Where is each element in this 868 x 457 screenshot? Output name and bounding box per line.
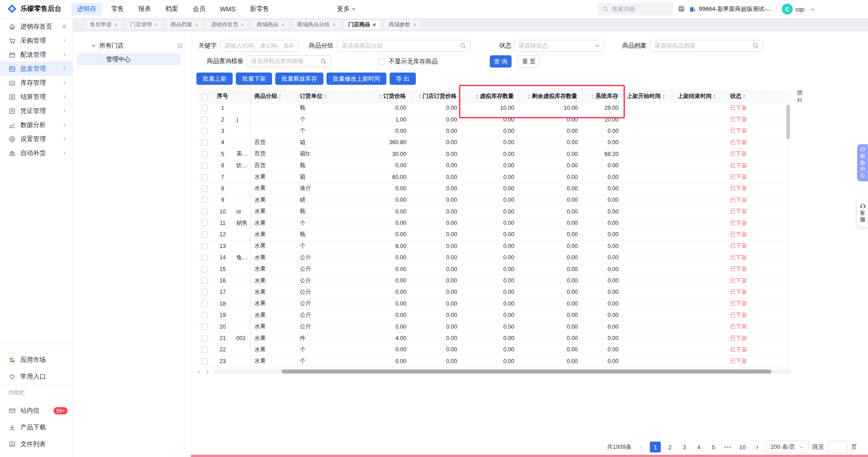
- close-icon[interactable]: ×: [241, 22, 244, 28]
- customer-service-widget[interactable]: 客服: [857, 197, 868, 227]
- row-checkbox[interactable]: [201, 254, 208, 261]
- column-header[interactable]: 订货价格: [357, 91, 411, 102]
- checkbox[interactable]: [379, 58, 385, 65]
- page-button[interactable]: 5: [708, 442, 719, 452]
- close-icon[interactable]: ×: [413, 22, 416, 28]
- nav-item[interactable]: 零售: [111, 5, 124, 13]
- column-header[interactable]: 订货单位: [296, 91, 357, 102]
- sort-icon[interactable]: [528, 94, 531, 99]
- sidebar-item[interactable]: 批发管理: [0, 62, 73, 76]
- column-header[interactable]: 商品分组: [251, 91, 296, 102]
- next-page-icon[interactable]: [751, 442, 762, 452]
- close-icon[interactable]: ×: [332, 22, 336, 28]
- sidebar-item[interactable]: 库存管理: [0, 76, 73, 90]
- row-checkbox[interactable]: [201, 185, 208, 192]
- collapse-sidebar-icon[interactable]: [61, 24, 67, 29]
- sort-icon[interactable]: [662, 94, 665, 99]
- tab[interactable]: 门店管理×: [126, 20, 162, 29]
- collapse-tree-icon[interactable]: [177, 43, 183, 49]
- sidebar-item[interactable]: 采购管理: [0, 34, 73, 48]
- row-checkbox[interactable]: [201, 174, 208, 180]
- batch-action-button[interactable]: 批量释放库存: [275, 73, 323, 85]
- close-icon[interactable]: ×: [195, 22, 198, 28]
- page-size-select[interactable]: 200 条/页: [766, 441, 809, 453]
- row-checkbox[interactable]: [201, 266, 208, 272]
- row-checkbox[interactable]: [201, 346, 208, 353]
- close-icon[interactable]: ×: [281, 22, 284, 28]
- sort-icon[interactable]: [713, 94, 716, 99]
- row-checkbox[interactable]: [201, 312, 208, 318]
- chevron-down-icon[interactable]: [810, 7, 815, 12]
- sidebar-item[interactable]: 自动补货: [0, 146, 73, 160]
- close-icon[interactable]: ×: [155, 22, 158, 28]
- close-icon[interactable]: ×: [373, 22, 376, 28]
- nav-item[interactable]: 新零售: [250, 5, 269, 13]
- tab[interactable]: 商城商品×: [252, 20, 289, 29]
- sidebar-item[interactable]: $结算管理: [0, 90, 73, 104]
- nav-item[interactable]: 档案: [166, 5, 178, 13]
- page-button[interactable]: 2: [664, 442, 675, 452]
- sidebar-item[interactable]: 应用市场: [0, 351, 73, 368]
- hide-no-stock-checkbox[interactable]: 不显示无库存商品: [379, 58, 438, 66]
- column-header[interactable]: 上架开始时间: [623, 91, 674, 102]
- sort-icon[interactable]: [278, 94, 281, 99]
- batch-action-button[interactable]: 批量修改上架时间: [327, 73, 386, 85]
- scroll-left-icon[interactable]: [196, 369, 201, 374]
- page-button[interactable]: 3: [679, 442, 690, 452]
- tab[interactable]: 门店商品×: [344, 20, 380, 29]
- sidebar-item[interactable]: 常用入口: [0, 368, 73, 385]
- group-input[interactable]: 请选择商品分组: [337, 40, 471, 52]
- page-button[interactable]: 4: [693, 442, 704, 452]
- row-checkbox[interactable]: [201, 105, 208, 111]
- sidebar-item[interactable]: 数据分析: [0, 118, 73, 132]
- printer-icon[interactable]: [678, 5, 685, 13]
- scrollbar-thumb[interactable]: [786, 105, 790, 139]
- sidebar-item[interactable]: 进销存首页: [0, 19, 73, 34]
- row-checkbox[interactable]: [201, 324, 208, 330]
- sort-icon[interactable]: [743, 94, 746, 99]
- tab[interactable]: 商品档案×: [166, 20, 203, 29]
- sidebar-item[interactable]: 设置管理: [0, 132, 73, 146]
- batch-action-button[interactable]: 批量下架: [236, 73, 272, 85]
- row-checkbox[interactable]: [201, 151, 208, 157]
- tab[interactable]: 商城商品分组×: [293, 20, 340, 29]
- nav-item[interactable]: 报表: [138, 5, 151, 13]
- row-checkbox[interactable]: [201, 220, 208, 226]
- nav-item[interactable]: 会员: [193, 5, 205, 13]
- sidebar-item[interactable]: 凭证管理: [0, 104, 73, 118]
- page-button[interactable]: 10: [737, 442, 748, 452]
- row-checkbox[interactable]: [201, 162, 208, 169]
- column-settings-button[interactable]: 列: [795, 90, 805, 104]
- search-input[interactable]: 搜索功能: [598, 3, 673, 15]
- tab[interactable]: 进销存首页×: [206, 20, 249, 29]
- row-checkbox[interactable]: [201, 289, 208, 295]
- row-checkbox[interactable]: [201, 197, 208, 203]
- column-header[interactable]: 系统库存: [582, 91, 623, 102]
- status-select[interactable]: 请选择状态: [514, 40, 605, 52]
- sort-icon[interactable]: [591, 94, 594, 99]
- page-button[interactable]: 1: [650, 442, 661, 452]
- nav-item[interactable]: 进销存: [71, 3, 102, 15]
- row-checkbox[interactable]: [201, 231, 208, 238]
- sort-icon[interactable]: [476, 94, 478, 99]
- row-checkbox[interactable]: [201, 301, 208, 307]
- sidebar-item[interactable]: 站内信99+: [0, 402, 73, 419]
- close-icon[interactable]: ×: [114, 22, 117, 28]
- avatar[interactable]: C: [782, 4, 793, 15]
- row-checkbox[interactable]: [201, 358, 208, 365]
- row-checkbox[interactable]: [201, 277, 208, 284]
- batch-action-button[interactable]: 批量上架: [196, 73, 233, 85]
- select-all-checkbox[interactable]: [201, 93, 208, 100]
- row-checkbox[interactable]: [201, 209, 208, 215]
- help-center-widget[interactable]: 帮助中心: [857, 144, 868, 181]
- column-header[interactable]: 状态: [727, 91, 763, 102]
- archive-input[interactable]: 请选择商品档案: [650, 40, 763, 52]
- prev-page-icon[interactable]: [635, 442, 646, 452]
- caret-down-icon[interactable]: [91, 43, 96, 49]
- vertical-scrollbar[interactable]: [786, 104, 790, 366]
- column-header[interactable]: 上架结束时间: [674, 91, 727, 102]
- jump-page-input[interactable]: [828, 441, 848, 453]
- column-header[interactable]: 剩余虚拟库存数量: [519, 91, 582, 102]
- template-input[interactable]: 请选择商品查询模板: [246, 55, 331, 67]
- sort-icon[interactable]: [379, 94, 382, 99]
